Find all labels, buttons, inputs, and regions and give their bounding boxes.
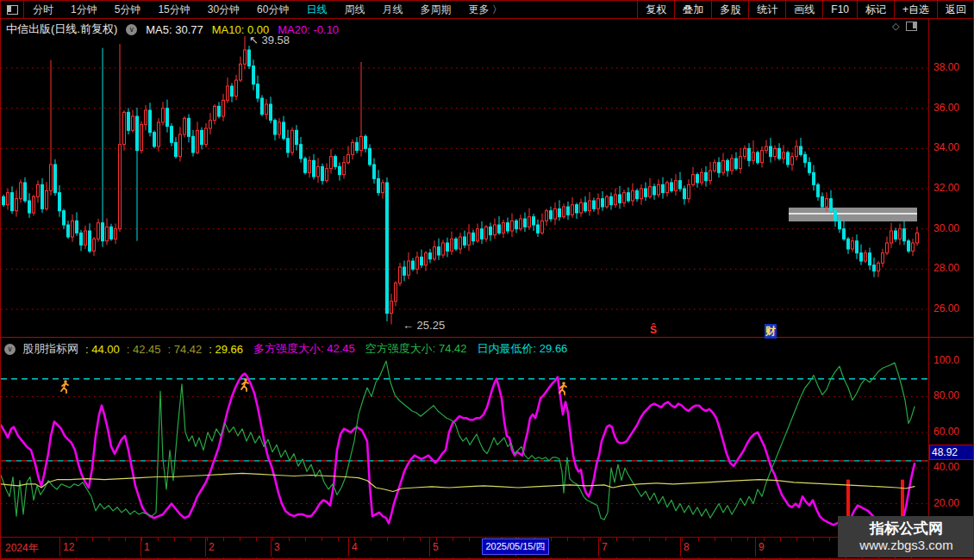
toolbar-button-标记[interactable]: 标记 xyxy=(858,1,895,18)
tab-period-更多 〉[interactable]: 更多 〉 xyxy=(459,3,510,17)
price-axis-label: 26.00 xyxy=(933,302,973,314)
minor-tick xyxy=(682,538,683,541)
candle-body xyxy=(856,241,858,253)
tab-period-日线[interactable]: 日线 xyxy=(297,3,335,17)
toolbar-button-F10[interactable]: F10 xyxy=(823,1,858,18)
diamond-icon[interactable]: ◇ xyxy=(892,21,899,32)
event-marker-Ŝ[interactable]: Ŝ xyxy=(650,324,657,336)
candle-body xyxy=(804,154,807,162)
minor-tick xyxy=(600,538,601,541)
candle-body xyxy=(253,66,255,84)
window-icon xyxy=(7,5,18,15)
candle-body xyxy=(627,193,630,201)
candle-body xyxy=(546,211,548,221)
indicator-value-3: : 29.66 xyxy=(209,343,243,356)
toolbar-button-叠加[interactable]: 叠加 xyxy=(675,1,712,18)
candle-body xyxy=(787,152,790,165)
candle-body xyxy=(701,172,703,183)
month-boundary xyxy=(205,538,206,557)
candle-body xyxy=(248,50,251,66)
month-boundary xyxy=(348,538,349,557)
candle-body xyxy=(446,243,449,251)
candle-body xyxy=(597,199,600,209)
tab-period-月线[interactable]: 月线 xyxy=(373,3,411,17)
candle-body xyxy=(270,104,272,121)
minor-tick xyxy=(403,538,404,541)
toolbar-button-+自选[interactable]: +自选 xyxy=(895,1,938,18)
candle-body xyxy=(541,221,544,233)
candle-body xyxy=(382,183,384,193)
minor-tick xyxy=(747,538,748,541)
candle-body xyxy=(291,130,294,152)
candle-body xyxy=(774,148,777,156)
toolbar-button-统计[interactable]: 统计 xyxy=(749,1,786,18)
minor-tick xyxy=(829,538,830,541)
minor-tick xyxy=(256,538,257,541)
candle-body xyxy=(11,193,14,211)
candle-body xyxy=(610,196,613,204)
candle-body xyxy=(602,199,604,207)
candle-body xyxy=(434,247,436,259)
minor-tick xyxy=(92,538,93,541)
candle-body xyxy=(623,193,626,203)
candle-body xyxy=(136,116,139,151)
candle-body xyxy=(145,110,147,124)
split-window-icon[interactable] xyxy=(906,22,917,31)
toolbar-button-多股[interactable]: 多股 xyxy=(712,1,749,18)
time-label-2024年: 2024年 xyxy=(5,541,39,556)
tab-period-15分钟[interactable]: 15分钟 xyxy=(149,3,198,17)
tab-period-多周期[interactable]: 多周期 xyxy=(411,3,459,17)
window-layout-button[interactable] xyxy=(1,1,24,18)
candle-body xyxy=(231,86,234,96)
tab-period-周线[interactable]: 周线 xyxy=(335,3,373,17)
minor-tick xyxy=(109,538,109,541)
indicator-chart[interactable] xyxy=(1,358,928,537)
candle-body xyxy=(84,231,87,245)
candle-body xyxy=(744,148,746,156)
minor-tick xyxy=(796,538,797,541)
low-price-annotation: ← 25.25 xyxy=(403,319,445,332)
toolbar-button-复权[interactable]: 复权 xyxy=(638,1,675,18)
tab-period-5分钟[interactable]: 5分钟 xyxy=(106,3,150,17)
candle-body xyxy=(640,189,643,199)
candle-body xyxy=(296,130,298,144)
event-marker-财[interactable]: 财 xyxy=(765,324,777,339)
candle-body xyxy=(322,166,324,180)
trading-app-window: { "toolbar": { "left_items": ["分时","1分钟"… xyxy=(0,0,974,560)
candle-body xyxy=(511,221,514,231)
indicator-header: ∨ 股朋指标网 : 44.00: 42.45: 74.42: 29.66多方强度… xyxy=(4,341,567,357)
minor-tick xyxy=(190,538,191,541)
candle-body xyxy=(821,196,824,207)
candle-body xyxy=(865,253,867,261)
tab-period-1分钟[interactable]: 1分钟 xyxy=(62,3,106,17)
candle-body xyxy=(791,157,794,165)
candle-body xyxy=(757,152,759,163)
candlestick-chart[interactable] xyxy=(1,19,928,338)
candle-body xyxy=(218,106,221,116)
chevron-down-icon[interactable]: ∨ xyxy=(126,24,137,35)
candle-body xyxy=(395,283,397,302)
candle-body xyxy=(386,183,389,314)
toolbar-button-返回[interactable]: 返回 xyxy=(938,1,974,18)
candle-body xyxy=(128,112,130,130)
chevron-down-icon[interactable]: ∨ xyxy=(4,344,16,355)
candle-body xyxy=(718,163,721,173)
candle-body xyxy=(770,146,772,157)
tab-period-30分钟[interactable]: 30分钟 xyxy=(199,3,248,17)
candle-body xyxy=(679,181,682,189)
candle-body xyxy=(244,50,247,64)
candle-body xyxy=(214,106,216,120)
candle-body xyxy=(317,166,320,177)
minor-tick xyxy=(469,538,470,541)
toolbar-button-画线[interactable]: 画线 xyxy=(786,1,823,18)
candle-body xyxy=(54,165,57,193)
candle-body xyxy=(175,142,178,156)
candle-body xyxy=(89,231,91,251)
indicator-title: 股朋指标网 xyxy=(22,341,78,357)
candle-body xyxy=(813,172,815,184)
minor-tick xyxy=(322,538,322,541)
candle-body xyxy=(201,130,203,144)
price-band xyxy=(789,208,917,221)
tab-period-分时[interactable]: 分时 xyxy=(24,3,62,17)
tab-period-60分钟[interactable]: 60分钟 xyxy=(248,3,297,17)
